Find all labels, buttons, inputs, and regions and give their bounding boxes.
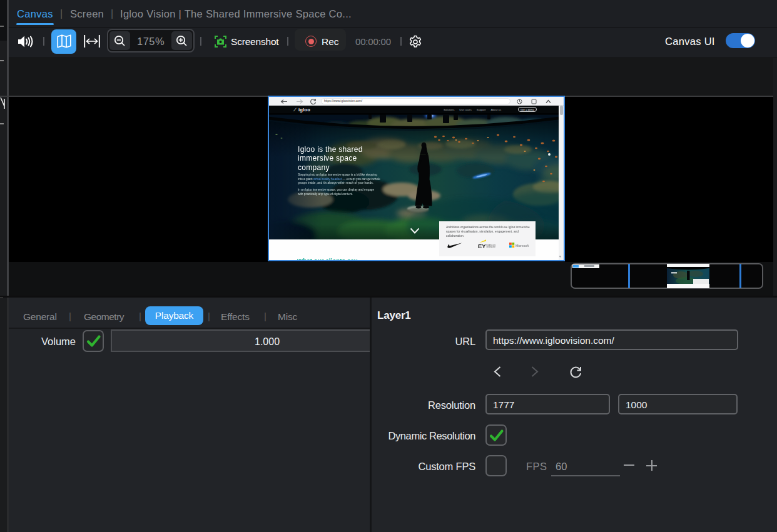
svg-text:EY: EY <box>478 243 486 249</box>
svg-text:working world: working world <box>487 246 496 248</box>
svg-text:Microsoft: Microsoft <box>515 244 529 248</box>
